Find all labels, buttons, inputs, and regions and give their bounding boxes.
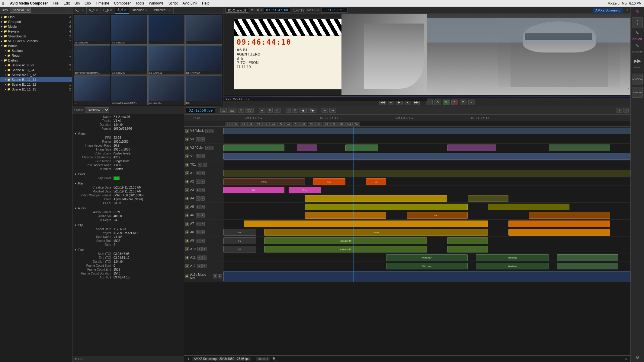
track-content-1[interactable] <box>223 135 630 143</box>
track-lock-btn[interactable]: 🔒 <box>185 188 189 192</box>
track-content-12[interactable]: FSMIN W <box>223 228 630 236</box>
menu-bin[interactable]: Bin <box>75 1 80 5</box>
track-content-15[interactable]: Wind.wavWind.wav <box>223 253 630 262</box>
track-content-17[interactable] <box>223 270 630 282</box>
tl-clip-12-0[interactable]: FS <box>223 229 256 236</box>
tl-clip-6-1[interactable]: E28 <box>313 178 346 185</box>
tl-splice-btn[interactable]: ▽ <box>238 108 244 113</box>
track-content-16[interactable]: Wind.wavWind.wav <box>223 262 630 270</box>
bin-tab-close[interactable]: ✕ <box>168 9 171 12</box>
newsr-btn[interactable]: NEWSR <box>632 87 643 98</box>
extract-btn[interactable]: X <box>468 100 475 105</box>
mute-btn-V4[interactable]: V4 <box>225 122 232 126</box>
bin-item-9[interactable]: ▾ 📁Dailies <box>0 58 72 63</box>
tl-clip-14-1[interactable]: Nui Audio M. <box>264 246 427 252</box>
bin-tab-close[interactable]: ✕ <box>96 9 98 12</box>
tl-clip-13-0[interactable]: FS <box>223 237 256 244</box>
tl-clip-10-0[interactable] <box>305 212 386 219</box>
tl-clip-11-0[interactable] <box>244 221 488 227</box>
clip-thumb-9[interactable]: delivery60-take18457... <box>111 75 147 105</box>
bin-item-15[interactable]: ▸ 📁Scene B1 11_132 <box>0 87 72 92</box>
menu-avid-link[interactable]: Avid Link <box>182 1 197 5</box>
menu-timeline[interactable]: Timeline <box>96 1 109 5</box>
tl-clip-15-1[interactable]: Wind.wav <box>476 254 549 261</box>
tl-clip-12-1[interactable]: MIN W <box>264 229 488 236</box>
track-lock-btn[interactable]: 🔒 <box>185 171 189 175</box>
tl-clip-16-1[interactable]: Wind.wav <box>476 263 549 269</box>
track-content-13[interactable]: FSNui Audio M. <box>223 237 630 245</box>
track-patch-btn[interactable]: A <box>200 213 205 218</box>
clip-thumb-4[interactable]: delivery60-take18450... <box>74 45 110 75</box>
menu-edit[interactable]: Edit <box>63 1 70 5</box>
track-lock-btn[interactable]: 🔒 <box>185 163 189 167</box>
tl-clip-11-1[interactable] <box>508 221 610 227</box>
track-sync-btn[interactable]: S <box>196 230 200 234</box>
track-patch-btn[interactable]: A <box>203 163 207 167</box>
tl-clip-2-4[interactable] <box>549 144 610 151</box>
tl-zoom-in-btn[interactable]: + <box>617 108 622 113</box>
track-lock-btn[interactable]: 🔒 <box>185 180 189 183</box>
edit-btn[interactable]: EDIT <box>632 17 643 28</box>
track-sync-btn[interactable]: S <box>196 196 200 201</box>
mute-btn-A11[interactable]: A11 <box>345 122 353 126</box>
mute-btn-A8[interactable]: A8 <box>323 122 330 126</box>
bin-item-6[interactable]: ▾ 📁Bonus <box>0 43 72 48</box>
mute-btn-A4[interactable]: A4 <box>293 122 300 126</box>
tl-lift-btn[interactable]: △ <box>220 108 227 113</box>
bin-item-8[interactable]: ▸ 📁Rough1 <box>0 53 72 58</box>
tl-clip-0-0[interactable] <box>223 128 630 134</box>
track-lock-btn[interactable]: 🔒 <box>185 129 189 133</box>
tl-clip-8-0[interactable] <box>305 195 447 202</box>
tl-clip-15-0[interactable]: Wind.wav <box>386 254 468 261</box>
clip-thumb-1[interactable]: B6-2.new.02 <box>111 15 147 45</box>
bin-tab-close[interactable]: ✕ <box>110 9 112 12</box>
apple-menu[interactable]:  <box>2 1 4 6</box>
track-patch-btn[interactable]: A <box>200 222 205 226</box>
tl-clip-9-0[interactable] <box>305 204 468 210</box>
tl-clip-14-2[interactable] <box>447 246 488 252</box>
bin-item-3[interactable]: ▸ 📁Review4 <box>0 29 72 34</box>
myview-btn[interactable]: MYVIEW <box>632 74 643 84</box>
mute-btn-A3[interactable]: A3 <box>285 122 292 126</box>
clip-thumb-11[interactable]: B3- <box>185 75 222 105</box>
bin-item-7[interactable]: ▸ 📁Backup1 <box>0 48 72 53</box>
track-sync-btn[interactable]: S <box>197 264 202 268</box>
splice-btn[interactable]: V <box>443 100 450 105</box>
menu-tools[interactable]: Tools <box>136 1 144 5</box>
track-content-4[interactable] <box>223 160 630 169</box>
track-patch-btn[interactable]: A <box>200 230 205 234</box>
track-lock-btn[interactable]: 🔒 <box>185 256 189 259</box>
track-sync-btn[interactable]: S <box>196 137 200 141</box>
tl-clip-3-0[interactable] <box>223 153 630 160</box>
mute-btn-A5[interactable]: A5 <box>300 122 307 126</box>
tl-clip-12-2[interactable] <box>508 229 610 236</box>
profile-select[interactable]: Overview 1 <box>85 107 109 113</box>
bin-item-10[interactable]: ▸ 📁Scene A1 9_239 <box>0 63 72 68</box>
tl-extract-btn[interactable]: △△ <box>228 108 236 113</box>
track-patch-btn[interactable]: V <box>200 137 205 141</box>
bin-tab-close[interactable]: ✕ <box>124 8 127 11</box>
tl-clip-10-2[interactable] <box>529 212 610 219</box>
mute-btn-A10[interactable]: A10 <box>338 122 345 126</box>
tl-undo-btn[interactable]: ↩ <box>322 108 328 113</box>
tl-search-icon[interactable]: 🔍 <box>272 357 276 360</box>
track-sync-btn[interactable]: S <box>196 188 200 192</box>
track-lock-btn[interactable]: 🔒 <box>185 205 189 209</box>
mute-btn-A1[interactable]: A1 <box>270 122 277 126</box>
tl-clip-6-2[interactable]: EQ <box>366 178 386 185</box>
track-content-7[interactable]: MXWLN <box>223 186 630 194</box>
tl-left-arrow[interactable]: ◄ <box>187 357 190 360</box>
track-content-11[interactable] <box>223 220 630 228</box>
track-content-8[interactable] <box>223 194 630 202</box>
clip-thumb-8[interactable]: ... <box>74 75 110 105</box>
tl-clip-16-2[interactable] <box>557 263 618 269</box>
tl-clip-6-0[interactable]: CW00 <box>223 178 305 185</box>
tl-clip-9-1[interactable] <box>488 204 569 210</box>
track-content-0[interactable] <box>223 127 630 135</box>
menu-help[interactable]: Help <box>202 1 210 5</box>
track-sync-btn[interactable]: S <box>196 171 200 175</box>
tl-goto-in-btn[interactable]: ◀I <box>300 108 307 113</box>
tl-overwrite-btn[interactable]: ▽▽ <box>245 108 254 113</box>
bin-tab-R_h[interactable]: R_h✕ <box>87 7 101 14</box>
menu-script[interactable]: Script <box>168 1 178 5</box>
